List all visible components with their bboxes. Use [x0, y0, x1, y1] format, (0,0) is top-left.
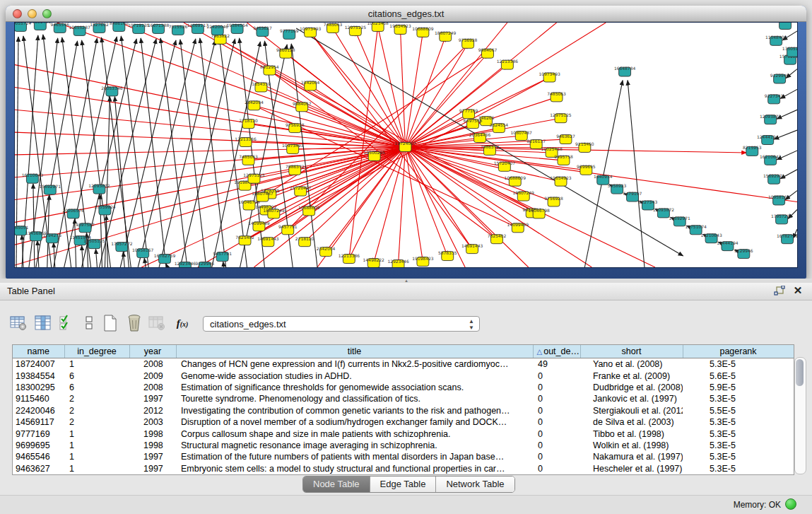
network-node[interactable]: 10719135: [128, 23, 150, 33]
network-node[interactable]: 9984067: [478, 47, 498, 58]
delete-column-button[interactable]: [124, 313, 144, 334]
network-edge[interactable]: [200, 38, 226, 267]
network-edge[interactable]: [160, 38, 187, 267]
network-node[interactable]: 9457791: [213, 251, 232, 262]
network-edge[interactable]: [302, 107, 405, 147]
network-node[interactable]: 17957272: [771, 214, 793, 224]
table-row[interactable]: 1872400712008Changes of HCN gene express…: [13, 358, 794, 370]
table-row[interactable]: 946554611997Estimation of the future num…: [13, 451, 794, 462]
network-edge[interactable]: [62, 37, 91, 267]
network-node[interactable]: 7485063: [324, 23, 343, 33]
network-edge[interactable]: [180, 40, 206, 267]
network-edge[interactable]: [249, 124, 406, 147]
network-node[interactable]: 8215953: [743, 145, 762, 156]
select-all-columns-button[interactable]: [57, 313, 76, 334]
table-scrollbar[interactable]: [794, 357, 806, 474]
network-node[interactable]: 7625402: [488, 233, 507, 244]
network-node[interactable]: 10958167: [768, 194, 790, 205]
network-node[interactable]: 12923446: [387, 259, 409, 267]
network-edge[interactable]: [406, 23, 507, 147]
network-node[interactable]: 19384554: [226, 23, 248, 33]
network-node[interactable]: 11548408: [765, 35, 787, 45]
column-header-short[interactable]: short: [580, 345, 683, 358]
table-scrollbar-thumb[interactable]: [796, 359, 804, 386]
network-node[interactable]: 19654923: [550, 175, 572, 186]
table-row[interactable]: 977716911998Corpus callosum shape and si…: [13, 428, 794, 439]
table-row[interactable]: 969969511998Structural magnetic resonanc…: [13, 440, 794, 451]
network-node[interactable]: 12923446: [175, 261, 196, 267]
network-node[interactable]: 9463627: [556, 134, 575, 144]
network-node[interactable]: 9756928: [459, 37, 478, 48]
table-select-dropdown[interactable]: citations_edges.txt ▲▼: [203, 316, 480, 332]
network-node[interactable]: 14498222: [363, 257, 385, 267]
network-edge[interactable]: [326, 147, 405, 252]
table-row[interactable]: 1456911722003Disruption of a novel membe…: [13, 416, 794, 428]
network-node[interactable]: 15720407: [494, 160, 516, 171]
column-header-year[interactable]: year: [129, 345, 176, 358]
row-height-button[interactable]: [79, 313, 99, 334]
table-row[interactable]: 1938455462009Genome-wide association stu…: [13, 370, 794, 381]
network-node[interactable]: 10973493: [282, 143, 304, 153]
network-node[interactable]: 8486160: [110, 23, 129, 31]
network-node[interactable]: 8813054: [776, 23, 795, 29]
network-node[interactable]: 20206576: [62, 208, 84, 218]
citation-network-graph[interactable]: 1872400710973493748506312975125100254581…: [15, 23, 797, 267]
close-panel-icon[interactable]: ✕: [792, 284, 804, 297]
network-node[interactable]: 16782759: [777, 233, 797, 244]
network-node[interactable]: 7485063: [547, 91, 566, 102]
function-builder-button[interactable]: f(x): [172, 313, 192, 334]
table-row[interactable]: 2242004622012Investigating the contribut…: [13, 405, 794, 416]
network-node[interactable]: 15692971: [763, 173, 785, 184]
network-node[interactable]: 9463627: [253, 25, 272, 36]
network-node[interactable]: 12213386: [339, 253, 360, 264]
network-node[interactable]: 9756928: [544, 196, 563, 206]
zoom-window-button[interactable]: [42, 9, 52, 18]
network-node[interactable]: 9397587: [76, 222, 95, 233]
float-panel-icon[interactable]: [774, 286, 785, 297]
network-edge[interactable]: [223, 262, 224, 267]
tab-edge-table[interactable]: Edge Table: [370, 477, 437, 492]
network-edge[interactable]: [406, 147, 497, 239]
network-node[interactable]: 18807249: [435, 30, 457, 41]
network-node[interactable]: 16782759: [154, 253, 176, 264]
network-edge[interactable]: [95, 249, 97, 267]
network-node[interactable]: 16648784: [614, 66, 636, 76]
network-node[interactable]: 12093872: [760, 114, 782, 124]
column-header-name[interactable]: name: [13, 345, 64, 358]
network-node[interactable]: 9465546: [50, 23, 69, 33]
network-node[interactable]: 7515526: [169, 24, 188, 35]
memory-status-indicator[interactable]: [785, 498, 796, 510]
network-node[interactable]: 2342004: [317, 246, 336, 257]
network-edge[interactable]: [399, 147, 406, 264]
network-node[interactable]: 19198423: [412, 256, 434, 267]
network-node[interactable]: 10025458: [367, 23, 389, 31]
network-node[interactable]: 17957272: [111, 241, 133, 252]
network-node[interactable]: 14569117: [187, 23, 209, 33]
network-node[interactable]: 9115460: [575, 141, 594, 152]
network-node[interactable]: 10655287: [69, 25, 90, 35]
create-column-button[interactable]: [100, 313, 120, 334]
network-node[interactable]: 14099489: [507, 222, 529, 233]
column-header-in_degree[interactable]: in_degree: [64, 345, 129, 358]
tab-node-table[interactable]: Node Table: [303, 477, 370, 492]
network-node[interactable]: 16671388: [148, 23, 170, 33]
network-node[interactable]: 18807249: [513, 190, 535, 201]
network-node[interactable]: 12213386: [497, 59, 519, 69]
network-node[interactable]: 14099489: [248, 221, 270, 231]
delete-table-button[interactable]: [147, 313, 167, 334]
table-row[interactable]: 946362711997Embryonic stem cells: a mode…: [13, 463, 794, 474]
network-node[interactable]: 9129946: [734, 248, 753, 259]
network-node[interactable]: 16210643: [760, 154, 782, 165]
network-node[interactable]: 9777169: [280, 28, 299, 39]
network-node[interactable]: 19654923: [389, 23, 411, 34]
network-node[interactable]: 12444194: [757, 134, 779, 145]
close-window-button[interactable]: [13, 9, 22, 18]
network-node[interactable]: 10958167: [132, 247, 154, 258]
network-node[interactable]: 9129946: [196, 261, 215, 267]
network-edge[interactable]: [245, 78, 550, 241]
table-mode-button[interactable]: [8, 313, 28, 334]
minimize-window-button[interactable]: [28, 9, 37, 18]
table-row[interactable]: 1830029562008Estimation of significance …: [13, 382, 794, 393]
network-node[interactable]: 20691406: [30, 23, 52, 30]
tab-network-table[interactable]: Network Table: [436, 477, 514, 492]
